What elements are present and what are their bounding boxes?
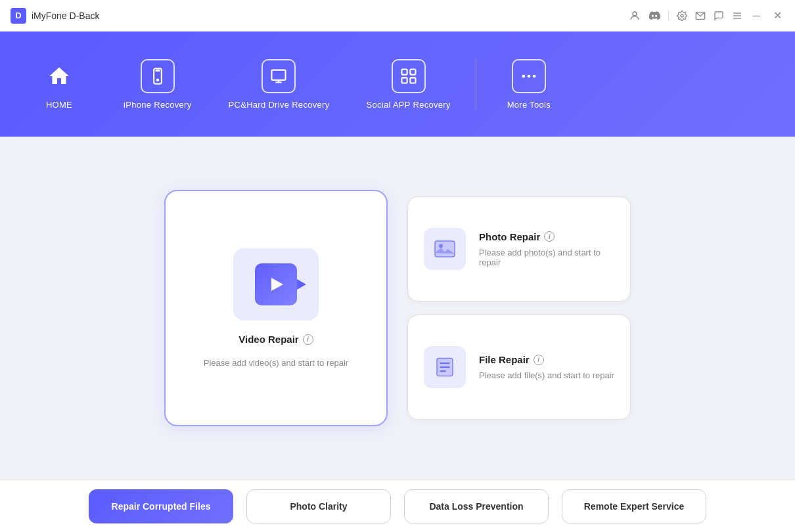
- svg-rect-19: [435, 241, 455, 257]
- svg-rect-14: [401, 78, 407, 83]
- nav-item-more[interactable]: More Tools: [483, 49, 575, 120]
- file-repair-info-icon[interactable]: i: [534, 355, 544, 365]
- video-repair-desc: Please add video(s) and start to repair: [204, 358, 348, 368]
- chat-icon[interactable]: [714, 11, 724, 21]
- svg-rect-12: [401, 69, 407, 74]
- camera-notch: [297, 279, 306, 290]
- photo-repair-title: Photo Repair i: [479, 231, 614, 242]
- nav-separator: [476, 58, 476, 110]
- iphone-icon: [141, 59, 175, 93]
- video-repair-card[interactable]: Video Repair i Please add video(s) and s…: [164, 190, 388, 426]
- svg-point-7: [157, 79, 158, 80]
- minimize-button[interactable]: ─: [750, 10, 763, 22]
- bottom-bar: Repair Corrupted Files Photo Clarity Dat…: [0, 479, 795, 532]
- nav-item-pc[interactable]: PC&Hard Drive Recovery: [210, 49, 348, 120]
- data-loss-button[interactable]: Data Loss Prevention: [404, 489, 549, 523]
- mail-icon[interactable]: [695, 11, 706, 21]
- person-icon[interactable]: [629, 10, 641, 22]
- nav-item-iphone[interactable]: iPhone Recovery: [105, 49, 210, 120]
- svg-rect-15: [410, 78, 415, 83]
- video-repair-title: Video Repair i: [238, 334, 313, 345]
- nav-item-home[interactable]: HOME: [13, 49, 105, 120]
- close-button[interactable]: ✕: [771, 9, 784, 22]
- file-repair-desc: Please add file(s) and start to repair: [479, 370, 614, 380]
- svg-point-18: [533, 74, 536, 78]
- svg-point-20: [439, 244, 443, 248]
- svg-point-1: [681, 14, 683, 17]
- nav-pc-label: PC&Hard Drive Recovery: [229, 100, 330, 110]
- photo-clarity-button[interactable]: Photo Clarity: [246, 489, 391, 523]
- title-bar-right: ─ ✕: [629, 9, 784, 22]
- nav-iphone-label: iPhone Recovery: [124, 100, 192, 110]
- settings-icon[interactable]: [677, 11, 687, 21]
- discord-icon[interactable]: [648, 10, 660, 22]
- repair-corrupted-button[interactable]: Repair Corrupted Files: [89, 489, 233, 523]
- app-logo: D: [11, 8, 26, 24]
- nav-item-social[interactable]: Social APP Recovery: [348, 49, 468, 120]
- file-repair-card[interactable]: File Repair i Please add file(s) and sta…: [407, 315, 631, 420]
- nav-more-label: More Tools: [507, 100, 551, 110]
- right-cards: Photo Repair i Please add photo(s) and s…: [407, 196, 631, 420]
- photo-repair-desc: Please add photo(s) and start to repair: [479, 248, 614, 267]
- app-icon: [392, 59, 426, 93]
- photo-repair-card[interactable]: Photo Repair i Please add photo(s) and s…: [407, 196, 631, 301]
- home-icon: [42, 59, 76, 93]
- video-icon-container: [233, 248, 319, 321]
- photo-repair-info-icon[interactable]: i: [544, 231, 555, 242]
- video-repair-info-icon[interactable]: i: [303, 334, 313, 345]
- svg-point-0: [633, 12, 637, 16]
- pc-icon: [261, 59, 296, 93]
- app-title: iMyFone D-Back: [32, 11, 99, 21]
- svg-point-17: [527, 74, 530, 78]
- title-separator: [668, 11, 669, 21]
- nav-home-label: HOME: [46, 100, 72, 110]
- more-icon: [512, 59, 546, 93]
- title-bar-left: D iMyFone D-Back: [11, 8, 99, 24]
- svg-rect-13: [410, 69, 415, 74]
- photo-repair-info: Photo Repair i Please add photo(s) and s…: [479, 231, 614, 267]
- video-play-icon: [255, 263, 297, 305]
- menu-icon[interactable]: [732, 11, 742, 21]
- svg-point-16: [522, 74, 525, 78]
- nav-bar: HOME iPhone Recovery PC&Hard Drive Recov…: [0, 32, 795, 137]
- photo-icon-wrap: [424, 228, 466, 270]
- title-bar: D iMyFone D-Back: [0, 0, 795, 32]
- nav-social-label: Social APP Recovery: [366, 100, 450, 110]
- file-icon-wrap: [424, 346, 466, 388]
- file-repair-title: File Repair i: [479, 354, 614, 365]
- remote-expert-button[interactable]: Remote Expert Service: [562, 489, 706, 523]
- main-content: Video Repair i Please add video(s) and s…: [0, 137, 795, 479]
- file-repair-info: File Repair i Please add file(s) and sta…: [479, 354, 614, 380]
- svg-rect-9: [272, 70, 286, 79]
